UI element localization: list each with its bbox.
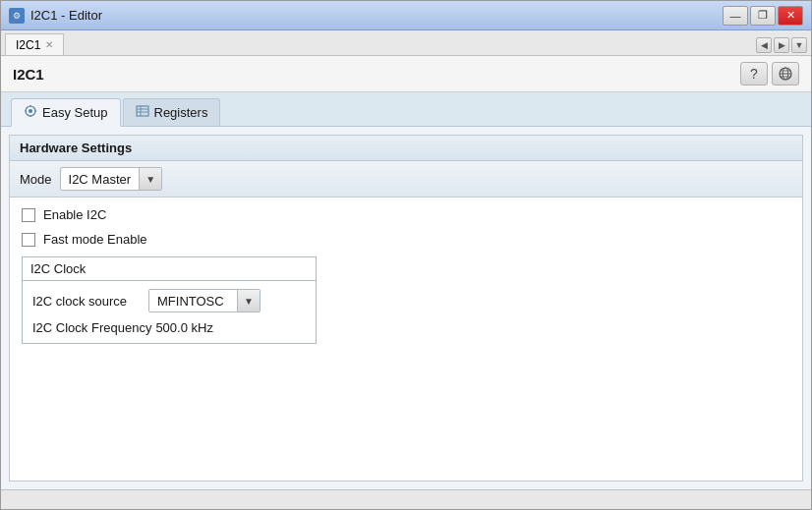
page-title: I2C1 xyxy=(13,66,44,83)
tab-registers-label: Registers xyxy=(154,105,208,120)
fast-mode-row: Fast mode Enable xyxy=(22,232,790,247)
mode-dropdown-arrow[interactable]: ▼ xyxy=(140,168,161,190)
window-title: I2C1 - Editor xyxy=(30,8,102,23)
close-button[interactable]: ✕ xyxy=(778,6,803,26)
help-button[interactable]: ? xyxy=(740,62,768,85)
title-bar-left: ⚙ I2C1 - Editor xyxy=(9,8,102,24)
globe-icon xyxy=(779,67,792,81)
clock-freq-label: I2C Clock Frequency xyxy=(32,320,151,335)
clock-source-label: I2C clock source xyxy=(32,294,141,309)
title-bar: ⚙ I2C1 - Editor — ❐ ✕ xyxy=(1,1,811,30)
mode-dropdown-value: I2C Master xyxy=(61,168,141,190)
hardware-settings-header: Hardware Settings xyxy=(10,136,802,161)
content-area: Hardware Settings Mode I2C Master ▼ Enab… xyxy=(1,127,811,489)
doc-tab-close[interactable]: ✕ xyxy=(45,39,53,50)
main-tab-bar: Easy Setup Registers xyxy=(1,92,811,127)
clock-source-arrow[interactable]: ▼ xyxy=(238,290,260,312)
svg-point-6 xyxy=(29,109,32,113)
enable-i2c-checkbox[interactable] xyxy=(22,208,35,222)
tab-easy-setup[interactable]: Easy Setup xyxy=(11,98,121,127)
restore-button[interactable]: ❐ xyxy=(750,6,776,26)
doc-tab-left: I2C1 ✕ xyxy=(5,33,64,55)
globe-button[interactable] xyxy=(772,62,799,85)
nav-right-arrow[interactable]: ▶ xyxy=(774,37,789,53)
header-area: I2C1 ? xyxy=(1,56,811,92)
tab-registers[interactable]: Registers xyxy=(123,98,221,126)
fast-mode-checkbox[interactable] xyxy=(22,233,35,247)
doc-tab-i2c1[interactable]: I2C1 ✕ xyxy=(5,33,64,55)
clock-source-value: MFINTOSC xyxy=(149,290,238,312)
minimize-button[interactable]: — xyxy=(723,6,748,26)
main-window: ⚙ I2C1 - Editor — ❐ ✕ I2C1 ✕ ◀ ▶ ▼ I2C1 … xyxy=(0,0,812,510)
doc-tab-nav: ◀ ▶ ▼ xyxy=(756,37,807,55)
clock-group-title: I2C Clock xyxy=(23,257,316,281)
clock-freq-row: I2C Clock Frequency 500.0 kHz xyxy=(32,320,306,335)
nav-down-arrow[interactable]: ▼ xyxy=(791,37,807,53)
i2c-clock-group: I2C Clock I2C clock source MFINTOSC ▼ I2… xyxy=(22,256,317,344)
clock-source-dropdown[interactable]: MFINTOSC ▼ xyxy=(148,289,261,312)
mode-label: Mode xyxy=(20,172,52,187)
nav-left-arrow[interactable]: ◀ xyxy=(756,37,772,53)
header-icons: ? xyxy=(740,62,799,85)
settings-body: Enable I2C Fast mode Enable I2C Clock I2… xyxy=(10,198,802,354)
settings-panel: Hardware Settings Mode I2C Master ▼ Enab… xyxy=(9,135,803,482)
fast-mode-label: Fast mode Enable xyxy=(43,232,147,247)
enable-i2c-label: Enable I2C xyxy=(43,207,106,222)
app-icon: ⚙ xyxy=(9,8,25,24)
registers-tab-icon xyxy=(136,104,149,121)
mode-row: Mode I2C Master ▼ xyxy=(10,161,802,198)
enable-i2c-row: Enable I2C xyxy=(22,207,790,222)
clock-freq-value: 500.0 kHz xyxy=(155,320,213,335)
doc-tab-strip: I2C1 ✕ ◀ ▶ ▼ xyxy=(1,30,811,56)
tab-easy-setup-label: Easy Setup xyxy=(42,105,108,120)
easy-setup-tab-icon xyxy=(24,104,37,121)
doc-tab-label: I2C1 xyxy=(16,38,40,52)
clock-group-body: I2C clock source MFINTOSC ▼ I2C Clock Fr… xyxy=(23,281,316,343)
title-buttons: — ❐ ✕ xyxy=(723,6,803,26)
svg-rect-11 xyxy=(137,106,148,116)
mode-dropdown[interactable]: I2C Master ▼ xyxy=(60,167,163,191)
status-bar xyxy=(1,489,811,509)
clock-source-row: I2C clock source MFINTOSC ▼ xyxy=(32,289,306,312)
